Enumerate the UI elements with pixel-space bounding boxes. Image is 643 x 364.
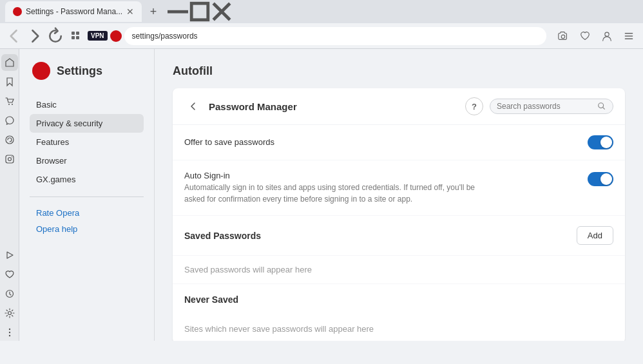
back-button[interactable]	[5, 27, 23, 45]
svg-point-18	[8, 158, 11, 161]
never-saved-section-row: Never Saved	[173, 284, 625, 315]
search-passwords-input[interactable]	[497, 102, 593, 111]
auto-sign-in-label: Auto Sign-in	[184, 171, 588, 180]
card-header: Password Manager ?	[173, 88, 625, 125]
svg-rect-12	[625, 38, 633, 39]
search-passwords-icon	[597, 102, 606, 111]
sidebar-icon-shopping[interactable]	[1, 93, 18, 110]
nav-item-gx[interactable]: GX.games	[30, 170, 144, 189]
heart-icon[interactable]	[576, 27, 594, 45]
nav-item-features[interactable]: Features	[30, 133, 144, 151]
svg-point-15	[12, 104, 13, 105]
svg-point-23	[8, 329, 10, 330]
opera-logo-icon	[32, 62, 50, 80]
saved-passwords-title: Saved Passwords	[184, 231, 577, 241]
close-button[interactable]	[211, 5, 232, 18]
tab-close-button[interactable]: ✕	[126, 6, 134, 17]
svg-point-16	[6, 136, 14, 144]
tab-favicon	[13, 7, 22, 16]
vpn-badge[interactable]: VPN	[88, 31, 108, 41]
svg-rect-10	[625, 33, 633, 34]
nav-item-privacy[interactable]: Privacy & security	[30, 114, 144, 133]
svg-point-19	[11, 157, 12, 157]
profile-icon[interactable]	[598, 27, 616, 45]
offer-to-save-info: Offer to save passwords	[184, 137, 588, 148]
rate-opera-link[interactable]: Rate Opera	[30, 205, 144, 221]
svg-marker-13	[7, 78, 12, 86]
nav-item-basic[interactable]: Basic	[30, 95, 144, 114]
new-tab-button[interactable]: +	[144, 3, 162, 21]
sidebar-icon-home[interactable]	[1, 54, 18, 71]
autofill-section-title: Autofill	[173, 64, 625, 78]
help-button[interactable]: ?	[465, 97, 483, 115]
reload-button[interactable]	[46, 27, 64, 45]
nav-item-browser[interactable]: Browser	[30, 151, 144, 170]
offer-to-save-toggle[interactable]	[588, 135, 613, 149]
address-text: settings/passwords	[132, 32, 198, 41]
sidebar-icon-heart[interactable]	[1, 266, 18, 283]
saved-passwords-empty: Saved passwords will appear here	[173, 256, 625, 284]
saved-passwords-section-row: Saved Passwords Add	[173, 216, 625, 256]
opera-icon	[110, 30, 122, 42]
svg-rect-0	[168, 10, 188, 14]
camera-icon[interactable]	[554, 27, 572, 45]
active-tab[interactable]: Settings - Password Mana... ✕	[5, 1, 142, 22]
settings-logo: Settings	[30, 62, 144, 80]
nav-right-icons	[554, 27, 638, 45]
forward-button[interactable]	[26, 27, 44, 45]
add-password-button[interactable]: Add	[577, 226, 613, 245]
minimize-button[interactable]	[168, 5, 188, 18]
menu-icon[interactable]	[620, 27, 638, 45]
auto-sign-in-description: Automatically sign in to sites and apps …	[184, 182, 494, 205]
sidebar-icon-whatsapp[interactable]	[1, 131, 18, 148]
sidebar-icon-instagram[interactable]	[1, 151, 18, 168]
settings-nav: Basic Privacy & security Features Browse…	[30, 95, 144, 189]
sidebar-icon-bookmarks[interactable]	[1, 73, 18, 90]
never-saved-title: Never Saved	[184, 294, 613, 305]
settings-title: Settings	[57, 64, 102, 78]
settings-sidebar: Settings Basic Privacy & security Featur…	[19, 49, 155, 341]
svg-rect-6	[72, 36, 75, 39]
svg-point-24	[8, 332, 10, 333]
svg-point-9	[605, 32, 609, 36]
auto-sign-in-toggle[interactable]	[588, 172, 613, 186]
main-layout: Settings Basic Privacy & security Featur…	[0, 49, 643, 341]
search-passwords-container	[490, 99, 613, 114]
svg-point-22	[8, 312, 11, 315]
svg-point-8	[561, 35, 564, 38]
svg-rect-11	[625, 35, 633, 36]
never-saved-empty: Sites which never save passwords will ap…	[173, 315, 625, 341]
window-controls	[168, 5, 232, 18]
offer-to-save-label: Offer to save passwords	[184, 137, 588, 147]
grid-button[interactable]	[67, 27, 85, 45]
main-content: Autofill Password Manager ? Offer to sav…	[155, 49, 643, 341]
svg-rect-5	[76, 32, 79, 35]
sidebar-icon-history[interactable]	[1, 285, 18, 302]
svg-rect-17	[6, 155, 14, 163]
sidebar-icons	[0, 49, 19, 341]
svg-point-25	[8, 335, 10, 336]
password-manager-back-button[interactable]	[184, 97, 202, 115]
sidebar-icon-player[interactable]	[1, 247, 18, 263]
sidebar-icon-messenger[interactable]	[1, 112, 18, 129]
address-bar[interactable]: settings/passwords	[124, 27, 546, 45]
tab-title: Settings - Password Mana...	[26, 7, 122, 16]
password-manager-card: Password Manager ? Offer to save passwor…	[173, 88, 625, 341]
sidebar-icon-settings[interactable]	[1, 305, 18, 321]
auto-sign-in-row: Auto Sign-in Automatically sign in to si…	[173, 160, 625, 216]
maximize-button[interactable]	[189, 5, 210, 18]
title-bar: Settings - Password Mana... ✕ +	[0, 0, 643, 23]
password-manager-title: Password Manager	[209, 101, 459, 112]
nav-divider	[30, 196, 144, 197]
svg-rect-4	[72, 32, 75, 35]
offer-to-save-row: Offer to save passwords	[173, 125, 625, 160]
auto-sign-in-info: Auto Sign-in Automatically sign in to si…	[184, 171, 588, 205]
svg-marker-20	[7, 252, 13, 258]
svg-point-14	[8, 104, 10, 105]
opera-help-link[interactable]: Opera help	[30, 221, 144, 237]
svg-rect-7	[76, 36, 79, 39]
nav-bar: VPN settings/passwords	[0, 23, 643, 49]
sidebar-icon-more[interactable]	[1, 324, 18, 341]
svg-rect-1	[191, 3, 208, 20]
